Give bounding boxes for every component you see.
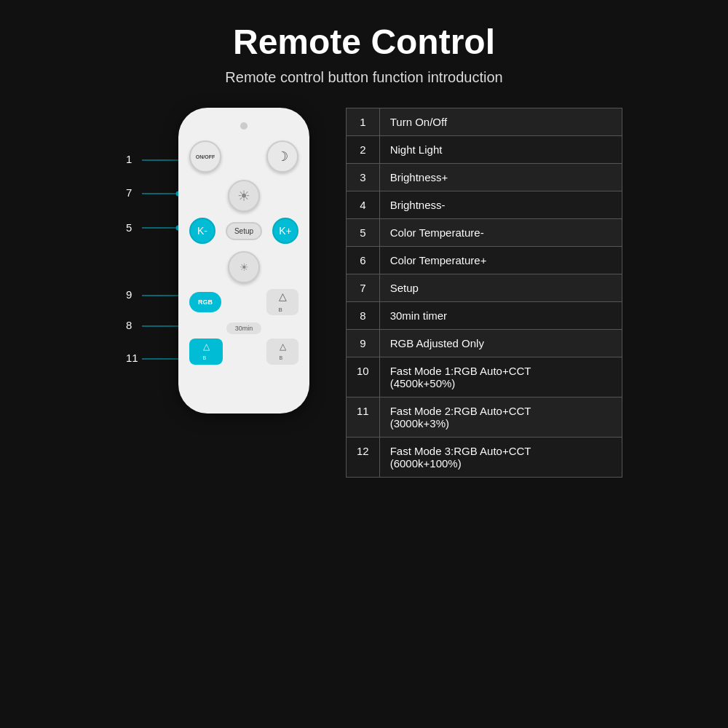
callout-1: 1: [126, 153, 132, 165]
row-label: Color Temperature-: [379, 219, 622, 247]
row-label: Fast Mode 1:RGB Auto+CCT(4500k+50%): [379, 357, 622, 397]
button-timer[interactable]: 30min: [226, 323, 262, 334]
rgb-label: RGB: [198, 298, 213, 306]
remote-row-4: ☀: [189, 251, 298, 283]
button-setup[interactable]: Setup: [226, 222, 262, 240]
button-brightness-minus[interactable]: ☀: [228, 251, 260, 283]
page-title: Remote Control: [233, 22, 495, 62]
row-number: 11: [347, 397, 380, 438]
button-night[interactable]: ☽: [266, 141, 298, 173]
row-number: 12: [347, 438, 380, 478]
row-label: 30min timer: [379, 302, 622, 330]
moon-icon: ☽: [277, 149, 288, 165]
callout-9: 9: [126, 288, 132, 301]
remote-row-7: △B △B: [189, 339, 298, 365]
color-temp-minus-icon: K-: [197, 225, 207, 237]
table-row: 5Color Temperature-: [347, 219, 622, 247]
table-row: 6Color Temperature+: [347, 247, 622, 274]
content-row: 1 2 7 3 5 6 4 9 10 8 11 12 ON/OFF: [29, 108, 699, 478]
row-number: 8: [347, 302, 380, 330]
remote-body: ON/OFF ☽ ☀ K: [142, 108, 346, 414]
table-row: 3Brightness+: [347, 164, 622, 191]
triangle-icon-1: △B: [279, 290, 287, 314]
button-rgb[interactable]: RGB: [189, 292, 221, 312]
row-number: 6: [347, 247, 380, 274]
row-number: 10: [347, 357, 380, 397]
table-row: 9RGB Adjusted Only: [347, 330, 622, 357]
row-label: Turn On/Off: [379, 108, 622, 136]
row-number: 7: [347, 274, 380, 302]
sun-icon-small: ☀: [240, 261, 249, 273]
row-label: Fast Mode 2:RGB Auto+CCT(3000k+3%): [379, 397, 622, 438]
row-label: Fast Mode 3:RGB Auto+CCT(6000k+100%): [379, 438, 622, 478]
callout-8: 8: [126, 319, 132, 331]
table-row: 830min timer: [347, 302, 622, 330]
row-label: Color Temperature+: [379, 247, 622, 274]
onoff-label: ON/OFF: [196, 154, 215, 159]
row-label: Night Light: [379, 136, 622, 164]
triangle-icon-3: △B: [280, 341, 286, 362]
remote-row-1: ON/OFF ☽: [189, 141, 298, 173]
button-onoff[interactable]: ON/OFF: [189, 141, 221, 173]
table-row: 4Brightness-: [347, 191, 622, 219]
remote-led: [240, 122, 248, 130]
button-color-temp-minus[interactable]: K-: [189, 218, 215, 244]
row-number: 3: [347, 164, 380, 191]
setup-label: Setup: [234, 227, 253, 235]
table-row: 7Setup: [347, 274, 622, 302]
callout-11: 11: [126, 352, 138, 364]
row-label: Brightness-: [379, 191, 622, 219]
row-number: 1: [347, 108, 380, 136]
button-fast-mode-3[interactable]: △B: [266, 339, 298, 365]
timer-label: 30min: [235, 325, 253, 332]
callout-7: 7: [126, 186, 132, 199]
row-number: 4: [347, 191, 380, 219]
button-fast-mode-1[interactable]: △B: [266, 289, 298, 315]
page-container: Remote Control Remote control button fun…: [0, 0, 728, 728]
table-row: 10Fast Mode 1:RGB Auto+CCT(4500k+50%): [347, 357, 622, 397]
page-subtitle: Remote control button function introduct…: [225, 69, 502, 86]
remote-row-5: RGB △B: [189, 289, 298, 315]
button-fast-mode-2[interactable]: △B: [189, 339, 223, 365]
row-number: 5: [347, 219, 380, 247]
row-label: Brightness+: [379, 164, 622, 191]
triangle-icon-2: △B: [203, 341, 210, 362]
button-brightness-plus[interactable]: ☀: [228, 180, 260, 212]
callout-5: 5: [126, 221, 132, 234]
color-temp-plus-icon: K+: [279, 225, 292, 237]
row-label: RGB Adjusted Only: [379, 330, 622, 357]
row-number: 2: [347, 136, 380, 164]
table-row: 12Fast Mode 3:RGB Auto+CCT(6000k+100%): [347, 438, 622, 478]
table-row: 11Fast Mode 2:RGB Auto+CCT(3000k+3%): [347, 397, 622, 438]
button-color-temp-plus[interactable]: K+: [272, 218, 298, 244]
remote-row-6: 30min: [189, 323, 298, 334]
remote-wrapper: 1 2 7 3 5 6 4 9 10 8 11 12 ON/OFF: [106, 108, 309, 414]
row-number: 9: [347, 330, 380, 357]
remote-row-2: ☀: [189, 180, 298, 212]
table-row: 1Turn On/Off: [347, 108, 622, 136]
function-table: 1Turn On/Off2Night Light3Brightness+4Bri…: [346, 108, 622, 478]
remote-row-3: K- Setup K+: [189, 218, 298, 244]
sun-icon-large: ☀: [237, 187, 250, 205]
row-label: Setup: [379, 274, 622, 302]
table-row: 2Night Light: [347, 136, 622, 164]
